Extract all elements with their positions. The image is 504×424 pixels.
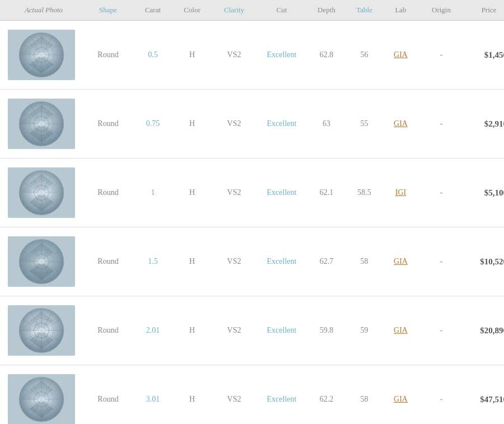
diamond-photo-cell[interactable] xyxy=(0,95,83,152)
diamond-image xyxy=(8,236,75,287)
table-row: Round 1 H VS2 Excellent 62.1 58.5 IGI - … xyxy=(0,159,504,227)
svg-point-62 xyxy=(39,190,44,195)
lab-link[interactable]: GIA xyxy=(382,119,419,128)
table-value: 59 xyxy=(346,326,382,335)
diamond-image xyxy=(8,30,75,80)
clarity-value: VS2 xyxy=(212,50,256,59)
origin-value: - xyxy=(419,119,464,128)
svg-point-41 xyxy=(39,121,44,127)
color-value: H xyxy=(172,257,212,266)
clarity-value: VS2 xyxy=(212,119,256,128)
header-color: Color xyxy=(172,6,212,15)
price-value: $47,510 xyxy=(464,395,504,404)
diamond-image xyxy=(8,305,75,356)
header-shape: Shape xyxy=(83,6,133,15)
shape-value: Round xyxy=(83,188,133,197)
diamond-photo-cell[interactable] xyxy=(0,371,83,424)
header-price: Price xyxy=(464,6,504,15)
diamond-image xyxy=(8,374,75,424)
table-row: Round 1.5 H VS2 Excellent 62.7 58 GIA - … xyxy=(0,227,504,296)
carat-value: 1.5 xyxy=(133,257,172,266)
lab-link[interactable]: GIA xyxy=(382,326,419,335)
origin-value: - xyxy=(419,188,464,197)
cut-value: Excellent xyxy=(256,257,307,266)
lab-link[interactable]: IGI xyxy=(382,188,419,197)
diamond-image xyxy=(8,99,75,149)
shape-value: Round xyxy=(83,257,133,266)
origin-value: - xyxy=(419,50,464,59)
color-value: H xyxy=(172,188,212,197)
table-header: Actual Photo Shape Carat Color Clarity C… xyxy=(0,0,504,21)
table-value: 56 xyxy=(346,50,382,59)
depth-value: 62.7 xyxy=(307,257,346,266)
header-carat: Carat xyxy=(133,6,172,15)
header-cut: Cut xyxy=(256,6,307,15)
lab-link[interactable]: GIA xyxy=(382,395,419,404)
shape-value: Round xyxy=(83,326,133,335)
table-value: 58 xyxy=(346,395,382,404)
table-row: Round 0.75 H VS2 Excellent 63 55 GIA - $… xyxy=(0,90,504,159)
color-value: H xyxy=(172,50,212,59)
table-row: Round 2.01 H VS2 Excellent 59.8 59 GIA -… xyxy=(0,296,504,365)
lab-link[interactable]: GIA xyxy=(382,257,419,266)
depth-value: 62.1 xyxy=(307,188,346,197)
svg-point-83 xyxy=(39,259,44,264)
header-clarity: Clarity xyxy=(212,6,256,15)
origin-value: - xyxy=(419,395,464,404)
cut-value: Excellent xyxy=(256,188,307,197)
clarity-value: VS2 xyxy=(212,326,256,335)
clarity-value: VS2 xyxy=(212,188,256,197)
price-value: $5,100 xyxy=(464,188,504,198)
diamond-photo-cell[interactable] xyxy=(0,302,83,359)
diamond-photo-cell[interactable] xyxy=(0,233,83,290)
price-value: $2,910 xyxy=(464,119,504,129)
price-value: $1,450 xyxy=(464,50,504,60)
shape-value: Round xyxy=(83,50,133,59)
color-value: H xyxy=(172,326,212,335)
svg-point-104 xyxy=(39,328,44,333)
diamond-table: Actual Photo Shape Carat Color Clarity C… xyxy=(0,0,504,424)
carat-value: 3.01 xyxy=(133,395,172,404)
table-value: 58 xyxy=(346,257,382,266)
cut-value: Excellent xyxy=(256,326,307,335)
header-origin: Origin xyxy=(419,6,464,15)
shape-value: Round xyxy=(83,119,133,128)
svg-point-125 xyxy=(39,397,44,402)
diamond-photo-cell[interactable] xyxy=(0,26,83,83)
svg-point-20 xyxy=(39,52,44,58)
diamond-photo-cell[interactable] xyxy=(0,164,83,221)
clarity-value: VS2 xyxy=(212,395,256,404)
carat-value: 2.01 xyxy=(133,326,172,335)
clarity-value: VS2 xyxy=(212,257,256,266)
diamond-image xyxy=(8,167,75,218)
table-row: Round 3.01 H VS2 Excellent 62.2 58 GIA -… xyxy=(0,365,504,424)
depth-value: 63 xyxy=(307,119,346,128)
carat-value: 1 xyxy=(133,188,172,197)
lab-link[interactable]: GIA xyxy=(382,50,419,59)
color-value: H xyxy=(172,119,212,128)
cut-value: Excellent xyxy=(256,50,307,59)
carat-value: 0.5 xyxy=(133,50,172,59)
depth-value: 59.8 xyxy=(307,326,346,335)
depth-value: 62.2 xyxy=(307,395,346,404)
table-value: 55 xyxy=(346,119,382,128)
price-value: $10,520 xyxy=(464,257,504,267)
depth-value: 62.8 xyxy=(307,50,346,59)
table-value: 58.5 xyxy=(346,188,382,197)
header-depth: Depth xyxy=(307,6,346,15)
origin-value: - xyxy=(419,326,464,335)
table-body: Round 0.5 H VS2 Excellent 62.8 56 GIA - … xyxy=(0,21,504,424)
table-row: Round 0.5 H VS2 Excellent 62.8 56 GIA - … xyxy=(0,21,504,90)
price-value: $20,890 xyxy=(464,326,504,336)
cut-value: Excellent xyxy=(256,119,307,128)
shape-value: Round xyxy=(83,395,133,404)
cut-value: Excellent xyxy=(256,395,307,404)
header-lab: Lab xyxy=(382,6,419,15)
color-value: H xyxy=(172,395,212,404)
header-actual-photo: Actual Photo xyxy=(0,6,83,15)
origin-value: - xyxy=(419,257,464,266)
carat-value: 0.75 xyxy=(133,119,172,128)
header-table: Table xyxy=(346,6,382,15)
